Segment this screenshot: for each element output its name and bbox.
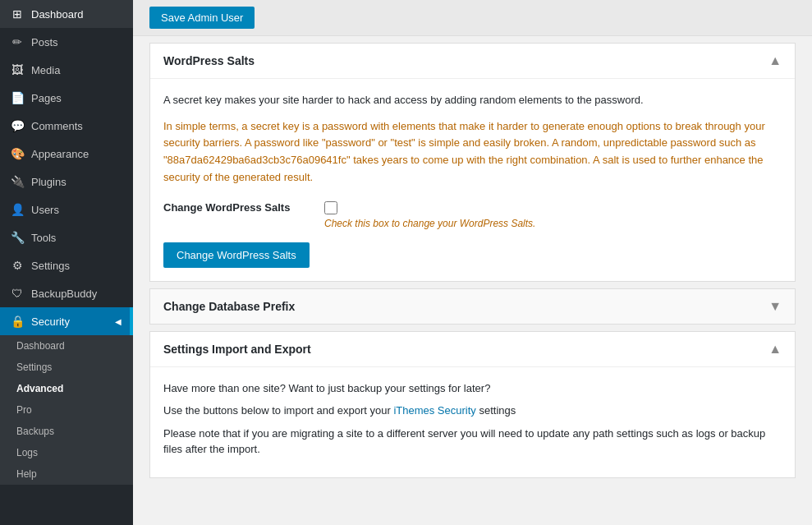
sidebar-sub-item-help[interactable]: Help	[0, 463, 133, 485]
salts-description-text: In simple terms, a secret key is a passw…	[163, 118, 782, 187]
change-salts-checkbox[interactable]	[324, 201, 337, 214]
salts-intro-text: A secret key makes your site harder to h…	[163, 92, 782, 108]
sub-backups-label: Backups	[16, 426, 54, 437]
settings-icon: ⚙	[10, 258, 25, 273]
sidebar-item-label: Dashboard	[31, 8, 84, 21]
sidebar-item-tools[interactable]: 🔧 Tools	[0, 223, 133, 251]
sidebar-item-label: Pages	[31, 92, 62, 104]
sidebar-item-settings[interactable]: ⚙ Settings	[0, 251, 133, 279]
database-prefix-section: Change Database Prefix ▼	[149, 288, 796, 325]
top-bar: Save Admin User	[133, 0, 812, 36]
sidebar-item-label: Comments	[31, 120, 83, 132]
sidebar-item-security[interactable]: 🔒 Security ◀	[0, 307, 133, 335]
sidebar-item-label: Users	[31, 204, 59, 216]
change-salts-row: Change WordPress Salts Check this box to…	[163, 200, 782, 229]
tools-icon: 🔧	[10, 230, 25, 245]
pages-icon: 📄	[10, 90, 25, 105]
posts-icon: ✏	[10, 35, 25, 49]
database-section-title: Change Database Prefix	[163, 300, 295, 313]
salts-toggle-icon: ▲	[768, 53, 782, 68]
sidebar-item-label: Media	[31, 64, 60, 76]
sidebar-item-dashboard[interactable]: ⊞ Dashboard	[0, 0, 133, 28]
media-icon: 🖼	[10, 62, 25, 77]
sidebar-item-label: BackupBuddy	[31, 288, 97, 300]
change-salts-controls: Check this box to change your WordPress …	[324, 200, 535, 229]
sidebar-sub-item-pro[interactable]: Pro	[0, 399, 133, 421]
main-content: Save Admin User WordPress Salts ▲ A secr…	[133, 0, 812, 525]
sidebar-sub-item-settings[interactable]: Settings	[0, 357, 133, 378]
import-export-toggle-icon: ▲	[768, 342, 782, 357]
security-arrow-icon: ◀	[115, 317, 122, 326]
sidebar-sub-item-dashboard[interactable]: Dashboard	[0, 335, 133, 357]
sidebar-item-plugins[interactable]: 🔌 Plugins	[0, 168, 133, 196]
sidebar-item-label: Plugins	[31, 176, 67, 188]
database-toggle-icon: ▼	[768, 299, 782, 314]
comments-icon: 💬	[10, 118, 25, 133]
salts-section-header[interactable]: WordPress Salts ▲	[150, 44, 795, 79]
sidebar-item-label: Appearance	[31, 148, 89, 160]
import-export-line2: Use the buttons below to import and expo…	[163, 403, 782, 419]
change-salts-button[interactable]: Change WordPress Salts	[163, 242, 310, 268]
sidebar-item-posts[interactable]: ✏ Posts	[0, 28, 133, 56]
import-export-header[interactable]: Settings Import and Export ▲	[150, 332, 795, 367]
sidebar-sub-item-advanced[interactable]: Advanced	[0, 378, 133, 399]
salts-section-title: WordPress Salts	[163, 54, 255, 67]
ithemes-link[interactable]: iThemes Security	[393, 404, 475, 417]
sidebar-item-backupbuddy[interactable]: 🛡 BackupBuddy	[0, 279, 133, 307]
sub-pro-label: Pro	[16, 404, 32, 416]
wordpress-salts-section: WordPress Salts ▲ A secret key makes you…	[149, 43, 796, 282]
sidebar-item-label: Posts	[31, 36, 58, 48]
sidebar-item-pages[interactable]: 📄 Pages	[0, 84, 133, 112]
change-salts-hint: Check this box to change your WordPress …	[324, 218, 535, 229]
database-section-header[interactable]: Change Database Prefix ▼	[150, 289, 795, 324]
import-export-line3: Please note that if you are migrating a …	[163, 426, 782, 458]
import-export-title: Settings Import and Export	[163, 343, 311, 356]
security-icon: 🔒	[10, 314, 25, 329]
dashboard-icon: ⊞	[10, 7, 25, 21]
salts-section-body: A secret key makes your site harder to h…	[150, 79, 795, 281]
sidebar: ⊞ Dashboard ✏ Posts 🖼 Media 📄 Pages 💬 Co…	[0, 0, 133, 525]
sub-settings-label: Settings	[16, 362, 52, 373]
save-admin-user-button[interactable]: Save Admin User	[149, 7, 255, 29]
sub-help-label: Help	[16, 468, 37, 480]
sidebar-item-comments[interactable]: 💬 Comments	[0, 112, 133, 140]
backupbuddy-icon: 🛡	[10, 286, 25, 301]
users-icon: 👤	[10, 202, 25, 217]
plugins-icon: 🔌	[10, 174, 25, 189]
sidebar-item-users[interactable]: 👤 Users	[0, 196, 133, 223]
sidebar-sub-item-logs[interactable]: Logs	[0, 442, 133, 463]
sidebar-item-label: Settings	[31, 260, 70, 272]
security-submenu: Dashboard Settings Advanced Pro Backups …	[0, 335, 133, 485]
sidebar-item-appearance[interactable]: 🎨 Appearance	[0, 140, 133, 168]
appearance-icon: 🎨	[10, 146, 25, 161]
sub-logs-label: Logs	[16, 447, 38, 458]
sidebar-item-label: Tools	[31, 232, 56, 244]
change-salts-label: Change WordPress Salts	[163, 200, 311, 214]
main-inner: WordPress Salts ▲ A secret key makes you…	[133, 43, 812, 501]
sidebar-item-label: Security	[31, 315, 70, 328]
sidebar-item-media[interactable]: 🖼 Media	[0, 56, 133, 84]
sub-advanced-label: Advanced	[16, 383, 63, 394]
sidebar-sub-item-backups[interactable]: Backups	[0, 421, 133, 442]
sub-dashboard-label: Dashboard	[16, 340, 65, 352]
import-export-body: Have more than one site? Want to just ba…	[150, 367, 795, 477]
import-export-section: Settings Import and Export ▲ Have more t…	[149, 331, 796, 478]
import-export-line1: Have more than one site? Want to just ba…	[163, 380, 782, 397]
